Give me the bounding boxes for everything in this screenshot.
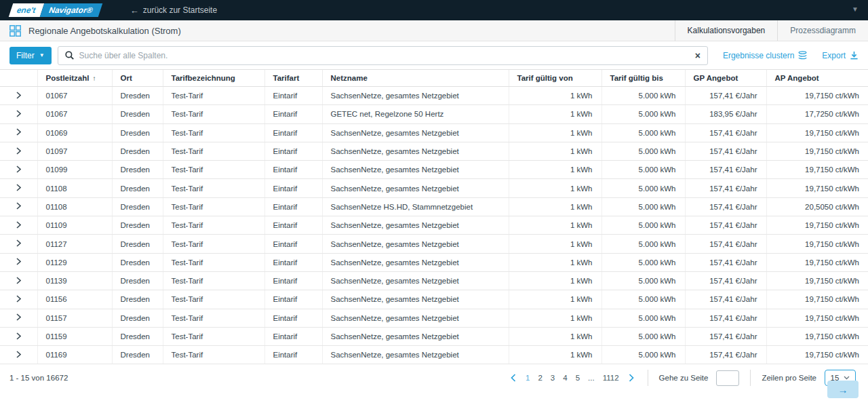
row-expander-chevron-right-icon[interactable] — [0, 87, 37, 105]
scroll-right-arrow-button[interactable]: → — [827, 381, 859, 398]
table-head-row: Postleitzahl↑OrtTarifbezeichnungTarifart… — [0, 70, 868, 87]
row-expander-chevron-right-icon[interactable] — [0, 327, 37, 345]
filter-button[interactable]: Filter ▼ — [9, 47, 52, 64]
row-expander-chevron-right-icon[interactable] — [0, 253, 37, 271]
sort-ascending-icon: ↑ — [92, 75, 96, 82]
row-expander-chevron-right-icon[interactable] — [0, 290, 37, 309]
navigator-logo-text: Navigator® — [39, 3, 102, 17]
table-cell: 17,7250 ct/kWh — [766, 105, 868, 123]
row-expander-chevron-right-icon[interactable] — [0, 271, 37, 290]
column-header[interactable]: Postleitzahl↑ — [37, 70, 112, 87]
table-cell: Dresden — [112, 271, 163, 290]
goto-page-input[interactable] — [716, 370, 739, 386]
table-cell: Eintarif — [264, 290, 322, 309]
page-button[interactable]: 2 — [534, 372, 546, 383]
column-header[interactable]: Ort — [112, 70, 163, 87]
previous-page-chevron-left-icon[interactable] — [508, 374, 519, 382]
rows-per-page-label: Zeilen pro Seite — [762, 374, 816, 382]
table-cell: 157,41 €/Jahr — [685, 179, 766, 197]
user-menu-chevron-down-icon[interactable]: ▼ — [852, 5, 859, 13]
table-cell: SachsenNetze, gesamtes Netzgebiet — [322, 271, 509, 290]
table-cell: 157,41 €/Jahr — [685, 216, 766, 235]
table-cell: SachsenNetze, gesamtes Netzgebiet — [322, 253, 509, 271]
search-input[interactable] — [79, 51, 695, 60]
page-button[interactable]: 5 — [572, 372, 584, 383]
row-expander-chevron-right-icon[interactable] — [0, 105, 37, 123]
row-expander-chevron-right-icon[interactable] — [0, 161, 37, 179]
table-cell: Eintarif — [264, 197, 322, 216]
table-cell: 19,7150 ct/kWh — [766, 123, 868, 142]
table-cell: Test-Tarif — [163, 271, 264, 290]
row-expander-chevron-right-icon[interactable] — [0, 123, 37, 142]
table-cell: Eintarif — [264, 309, 322, 327]
row-expander-chevron-right-icon[interactable] — [0, 346, 37, 364]
page-button[interactable]: 1 — [521, 372, 534, 383]
table-cell: 5.000 kWh — [601, 197, 685, 216]
table-cell: Eintarif — [264, 235, 322, 253]
clear-search-icon[interactable]: × — [695, 51, 701, 60]
table-cell: 5.000 kWh — [601, 309, 685, 327]
table-cell: Test-Tarif — [163, 142, 264, 160]
table-cell: 01159 — [37, 327, 112, 345]
table-cell: Dresden — [112, 179, 163, 197]
table-cell: SachsenNetze, gesamtes Netzgebiet — [322, 161, 509, 179]
back-to-start-link[interactable]: ← zurück zur Startseite — [130, 5, 217, 16]
table-cell: SachsenNetze, gesamtes Netzgebiet — [322, 179, 509, 197]
pagination: 12345...1112 — [508, 372, 637, 383]
row-expander-chevron-right-icon[interactable] — [0, 197, 37, 216]
page-button[interactable]: 1112 — [599, 372, 623, 383]
export-link[interactable]: Export — [822, 51, 859, 60]
table-cell: 19,7150 ct/kWh — [766, 271, 868, 290]
table-cell: Test-Tarif — [163, 253, 264, 271]
table-cell: Eintarif — [264, 253, 322, 271]
table-cell: Eintarif — [264, 271, 322, 290]
kalkulationsvorgaben-button[interactable]: Kalkulationsvorgaben — [675, 20, 778, 41]
row-expander-chevron-right-icon[interactable] — [0, 179, 37, 197]
table-cell: 157,41 €/Jahr — [685, 235, 766, 253]
row-expander-chevron-right-icon[interactable] — [0, 309, 37, 327]
table-cell: Eintarif — [264, 327, 322, 345]
table-cell: 5.000 kWh — [601, 327, 685, 345]
column-header[interactable]: Tarif gültig bis — [601, 70, 685, 87]
table-cell: Dresden — [112, 142, 163, 160]
table-cell: 157,41 €/Jahr — [685, 123, 766, 142]
table-row: 01069DresdenTest-TarifEintarifSachsenNet… — [0, 123, 868, 142]
table-cell: 5.000 kWh — [601, 216, 685, 235]
page-button[interactable]: 4 — [559, 372, 571, 383]
column-header[interactable]: AP Angebot — [766, 70, 868, 87]
table-cell: Dresden — [112, 346, 163, 364]
table-footer: 1 - 15 von 16672 12345...1112 Gehe zu Se… — [0, 368, 868, 387]
column-header[interactable]: Tarifbezeichnung — [163, 70, 264, 87]
table-cell: 157,41 €/Jahr — [685, 346, 766, 364]
table-cell: Test-Tarif — [163, 290, 264, 309]
column-header[interactable]: Tarifart — [264, 70, 322, 87]
cluster-results-label: Ergebnisse clustern — [723, 51, 794, 60]
row-expander-chevron-right-icon[interactable] — [0, 142, 37, 160]
table-row: 01067DresdenTest-TarifEintarifSachsenNet… — [0, 87, 868, 105]
cluster-results-link[interactable]: Ergebnisse clustern — [723, 51, 807, 60]
table-cell: 19,7150 ct/kWh — [766, 290, 868, 309]
filter-button-label: Filter — [16, 51, 35, 60]
table-cell: 19,7150 ct/kWh — [766, 179, 868, 197]
row-expander-chevron-right-icon[interactable] — [0, 235, 37, 253]
table-cell: Dresden — [112, 197, 163, 216]
table-cell: Eintarif — [264, 142, 322, 160]
table-row: 01067DresdenTest-TarifEintarifGETEC net,… — [0, 105, 868, 123]
column-header[interactable]: Netzname — [322, 70, 509, 87]
table-cell: 157,41 €/Jahr — [685, 87, 766, 105]
next-page-chevron-right-icon[interactable] — [626, 374, 637, 382]
stack-layers-icon — [798, 51, 807, 60]
table-row: 01159DresdenTest-TarifEintarifSachsenNet… — [0, 327, 868, 345]
table-cell: 1 kWh — [509, 179, 601, 197]
table-cell: 157,41 €/Jahr — [685, 309, 766, 327]
table-cell: Test-Tarif — [163, 105, 264, 123]
prozessdiagramm-button[interactable]: Prozessdiagramm — [777, 20, 868, 41]
page-button[interactable]: 3 — [547, 372, 559, 383]
table-cell: SachsenNetze, gesamtes Netzgebiet — [322, 290, 509, 309]
column-header[interactable]: Tarif gültig von — [509, 70, 601, 87]
table-cell: SachsenNetze, gesamtes Netzgebiet — [322, 142, 509, 160]
table-cell: Dresden — [112, 235, 163, 253]
table-cell: SachsenNetze, gesamtes Netzgebiet — [322, 309, 509, 327]
row-expander-chevron-right-icon[interactable] — [0, 216, 37, 235]
column-header[interactable]: GP Angebot — [685, 70, 766, 87]
